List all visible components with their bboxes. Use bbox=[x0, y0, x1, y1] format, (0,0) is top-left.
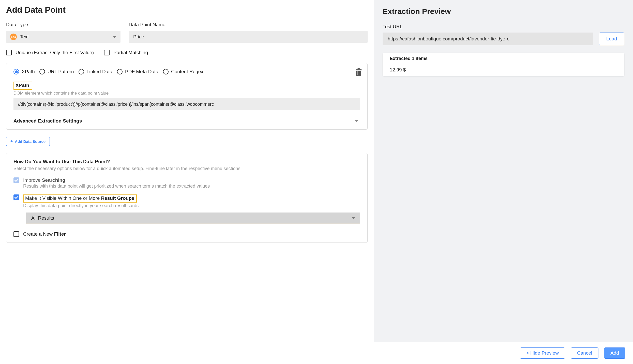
usage-card: How Do You Want to Use This Data Point? … bbox=[6, 153, 368, 243]
unique-checkbox[interactable] bbox=[6, 50, 12, 55]
partial-matching-label: Partial Matching bbox=[113, 50, 148, 55]
radio-pdf-meta-label: PDF Meta Data bbox=[125, 69, 158, 74]
add-data-source-label: Add Data Source bbox=[15, 139, 46, 144]
chevron-down-icon bbox=[355, 120, 358, 122]
radio-linked-data-label: Linked Data bbox=[87, 69, 112, 74]
radio-xpath[interactable] bbox=[13, 69, 19, 74]
radio-url-pattern[interactable] bbox=[39, 69, 45, 74]
radio-content-regex[interactable] bbox=[163, 69, 169, 74]
field-row: Data Type abc Text Data Point Name bbox=[6, 22, 368, 43]
advanced-settings-label: Advanced Extraction Settings bbox=[13, 118, 82, 124]
delete-source-button[interactable] bbox=[356, 69, 361, 75]
radio-xpath-label: XPath bbox=[22, 69, 35, 74]
radio-content-regex-label: Content Regex bbox=[171, 69, 203, 74]
add-button[interactable]: Add bbox=[604, 347, 625, 359]
xpath-helper-text: DOM element which contains the data poin… bbox=[13, 91, 360, 96]
footer-bar: > Hide Preview Cancel Add bbox=[0, 342, 633, 364]
hide-preview-button[interactable]: > Hide Preview bbox=[520, 347, 565, 359]
test-url-label: Test URL bbox=[383, 24, 624, 29]
main-form-panel: Add Data Point Data Type abc Text Data P… bbox=[0, 0, 374, 364]
result-groups-value: All Results bbox=[31, 215, 54, 221]
extraction-results-header: Extracted 1 items bbox=[383, 53, 624, 65]
radio-url-pattern-label: URL Pattern bbox=[48, 69, 74, 74]
trash-icon bbox=[356, 69, 361, 75]
data-type-select[interactable]: abc Text bbox=[6, 31, 120, 43]
test-url-input[interactable]: https://cafashionboutique.com/product/la… bbox=[383, 33, 593, 45]
extraction-preview-panel: Extraction Preview Test URL https://cafa… bbox=[374, 0, 633, 364]
result-groups-sub: Display this data point directly in your… bbox=[23, 203, 139, 208]
extraction-result-item: 12.99 $ bbox=[383, 65, 624, 76]
usage-subtitle: Select the necessary options below for a… bbox=[13, 166, 360, 171]
load-button[interactable]: Load bbox=[599, 33, 624, 45]
unique-label: Unique (Extract Only the First Value) bbox=[16, 50, 94, 55]
extraction-results-card: Extracted 1 items 12.99 $ bbox=[383, 53, 624, 76]
result-groups-select[interactable]: All Results bbox=[26, 213, 360, 224]
result-groups-label: Make It Visible Within One or More Resul… bbox=[23, 194, 137, 203]
preview-title: Extraction Preview bbox=[383, 7, 624, 16]
data-type-value: Text bbox=[20, 34, 29, 40]
cancel-button[interactable]: Cancel bbox=[571, 347, 598, 359]
improve-searching-checkbox[interactable] bbox=[13, 177, 19, 183]
partial-matching-checkbox[interactable] bbox=[104, 50, 110, 55]
improve-searching-sub: Results with this data point will get pr… bbox=[23, 184, 210, 189]
page-title: Add Data Point bbox=[6, 5, 368, 15]
data-name-label: Data Point Name bbox=[129, 22, 368, 27]
improve-searching-label: Improve Searching bbox=[23, 177, 210, 183]
chevron-down-icon bbox=[352, 217, 355, 219]
chevron-down-icon bbox=[113, 36, 116, 38]
radio-linked-data[interactable] bbox=[79, 69, 84, 74]
data-name-input[interactable] bbox=[129, 31, 368, 43]
add-data-source-button[interactable]: + Add Data Source bbox=[6, 137, 50, 146]
create-filter-checkbox[interactable] bbox=[13, 231, 19, 237]
text-type-icon: abc bbox=[10, 34, 17, 40]
xpath-field-label: XPath bbox=[13, 82, 32, 90]
xpath-input[interactable]: //div[contains(@id,'product')]//p[contai… bbox=[13, 98, 360, 110]
plus-icon: + bbox=[10, 139, 13, 144]
usage-title: How Do You Want to Use This Data Point? bbox=[13, 159, 360, 164]
radio-pdf-meta[interactable] bbox=[117, 69, 123, 74]
data-source-card: XPath URL Pattern Linked Data PDF Meta D… bbox=[6, 63, 368, 130]
advanced-settings-toggle[interactable]: Advanced Extraction Settings bbox=[13, 118, 360, 124]
data-type-label: Data Type bbox=[6, 22, 120, 27]
result-groups-checkbox[interactable] bbox=[13, 194, 19, 200]
create-filter-label: Create a New Filter bbox=[23, 231, 66, 237]
